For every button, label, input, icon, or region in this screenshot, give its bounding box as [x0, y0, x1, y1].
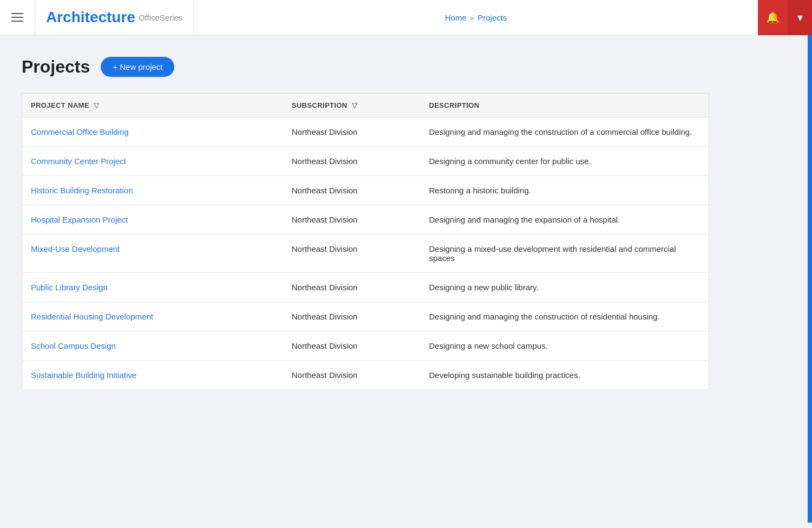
- breadcrumb-current: Projects: [477, 13, 507, 22]
- table-row: Sustainable Building InitiativeNortheast…: [22, 361, 709, 390]
- new-project-button[interactable]: + New project: [101, 57, 174, 77]
- filter-icon-subscription[interactable]: ▽: [352, 101, 357, 109]
- table-cell-description: Developing sustainable building practice…: [421, 361, 709, 390]
- table-cell-subscription: Northeast Division: [283, 205, 421, 234]
- table-cell-subscription: Northeast Division: [283, 361, 421, 390]
- table-cell-subscription: Northeast Division: [283, 176, 421, 205]
- table-cell-subscription: Northeast Division: [283, 234, 421, 273]
- user-dropdown-button[interactable]: ▾: [788, 0, 812, 35]
- table-row: School Campus DesignNortheast DivisionDe…: [22, 331, 709, 361]
- table-cell-project-name: Sustainable Building Initiative: [22, 361, 283, 390]
- table-row: Public Library DesignNortheast DivisionD…: [22, 273, 709, 302]
- project-name-link[interactable]: Community Center Project: [31, 157, 126, 166]
- filter-icon-name[interactable]: ▽: [94, 101, 99, 109]
- col-header-description: DESCRIPTION: [421, 94, 709, 118]
- project-name-link[interactable]: Residential Housing Development: [31, 312, 153, 321]
- table-cell-project-name: Public Library Design: [22, 273, 283, 302]
- page-title: Projects: [22, 57, 90, 77]
- table-cell-subscription: Northeast Division: [283, 273, 421, 302]
- app-header: Architecture OfficeSeries Home » Project…: [0, 0, 812, 35]
- breadcrumb: Home » Projects: [194, 13, 758, 22]
- table-cell-description: Designing a community center for public …: [421, 147, 709, 176]
- main-content: Projects + New project PROJECT NAME ▽ SU…: [0, 35, 736, 412]
- table-cell-project-name: Residential Housing Development: [22, 302, 283, 331]
- table-cell-subscription: Northeast Division: [283, 331, 421, 361]
- table-body: Commercial Office BuildingNortheast Divi…: [22, 118, 709, 390]
- chevron-down-icon: ▾: [797, 11, 803, 24]
- table-row: Mixed-Use DevelopmentNortheast DivisionD…: [22, 234, 709, 273]
- project-name-link[interactable]: Mixed-Use Development: [31, 244, 120, 253]
- notification-button[interactable]: 🔔: [758, 0, 788, 35]
- project-name-link[interactable]: Commercial Office Building: [31, 127, 129, 136]
- project-name-link[interactable]: School Campus Design: [31, 341, 116, 350]
- project-name-link[interactable]: Hospital Expansion Project: [31, 215, 128, 224]
- breadcrumb-home[interactable]: Home: [445, 13, 467, 22]
- table-header: PROJECT NAME ▽ SUBSCRIPTION ▽ DESCRIPTIO…: [22, 94, 709, 118]
- project-name-link[interactable]: Historic Building Restoration: [31, 186, 133, 195]
- projects-table: PROJECT NAME ▽ SUBSCRIPTION ▽ DESCRIPTIO…: [22, 93, 709, 390]
- table-cell-subscription: Northeast Division: [283, 302, 421, 331]
- hamburger-icon: [11, 13, 23, 22]
- table-cell-description: Designing a mixed-use development with r…: [421, 234, 709, 273]
- scroll-indicator: [808, 35, 812, 523]
- table-cell-description: Designing and managing the construction …: [421, 118, 709, 147]
- project-name-link[interactable]: Public Library Design: [31, 283, 108, 292]
- table-cell-description: Designing and managing the expansion of …: [421, 205, 709, 234]
- table-cell-project-name: Community Center Project: [22, 147, 283, 176]
- table-cell-project-name: Hospital Expansion Project: [22, 205, 283, 234]
- table-cell-description: Designing a new public library.: [421, 273, 709, 302]
- brand-name: Architecture: [46, 9, 135, 26]
- table-cell-subscription: Northeast Division: [283, 118, 421, 147]
- project-name-link[interactable]: Sustainable Building Initiative: [31, 370, 136, 380]
- table-cell-project-name: School Campus Design: [22, 331, 283, 361]
- page-header: Projects + New project: [22, 57, 709, 77]
- menu-button[interactable]: [0, 0, 35, 35]
- table-cell-description: Designing a new school campus.: [421, 331, 709, 361]
- col-header-subscription: SUBSCRIPTION ▽: [283, 94, 421, 118]
- table-row: Hospital Expansion ProjectNortheast Divi…: [22, 205, 709, 234]
- table-cell-project-name: Commercial Office Building: [22, 118, 283, 147]
- bell-icon: 🔔: [766, 11, 780, 24]
- table-row: Historic Building RestorationNortheast D…: [22, 176, 709, 205]
- table-row: Residential Housing DevelopmentNortheast…: [22, 302, 709, 331]
- table-cell-project-name: Historic Building Restoration: [22, 176, 283, 205]
- brand-area: Architecture OfficeSeries: [35, 0, 194, 35]
- table-cell-description: Designing and managing the construction …: [421, 302, 709, 331]
- table-cell-description: Restoring a historic building.: [421, 176, 709, 205]
- table-row: Commercial Office BuildingNortheast Divi…: [22, 118, 709, 147]
- table-row: Community Center ProjectNortheast Divisi…: [22, 147, 709, 176]
- col-header-project-name: PROJECT NAME ▽: [22, 94, 283, 118]
- table-cell-subscription: Northeast Division: [283, 147, 421, 176]
- header-actions: 🔔 ▾: [758, 0, 812, 35]
- table-cell-project-name: Mixed-Use Development: [22, 234, 283, 273]
- brand-subtitle: OfficeSeries: [139, 13, 182, 22]
- breadcrumb-separator: »: [470, 13, 474, 22]
